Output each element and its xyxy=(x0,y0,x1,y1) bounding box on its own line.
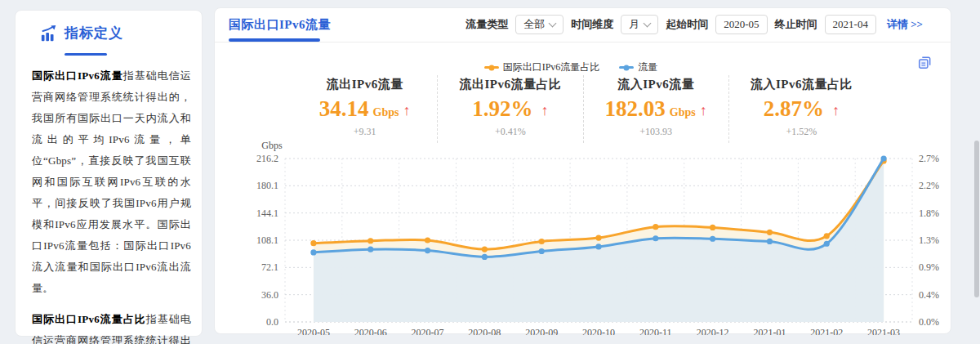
svg-text:2020-09: 2020-09 xyxy=(525,327,558,335)
definition-body: 指基础电信运营商网络管理系统统计得出的，我国所有国际出口一天内流入和流出的平均I… xyxy=(32,69,191,294)
sidebar-title: 指标定义 xyxy=(65,24,123,42)
svg-text:2020-06: 2020-06 xyxy=(354,327,387,335)
svg-text:36.0: 36.0 xyxy=(261,289,278,301)
svg-text:2020-10: 2020-10 xyxy=(582,327,615,335)
definition-paragraph: 国际出口IPv6流量指基础电信运营商网络管理系统统计得出的，我国所有国际出口一天… xyxy=(32,65,191,299)
bar-chart-trend-icon xyxy=(40,25,58,42)
definition-term: 国际出口IPv6流量占比 xyxy=(32,313,146,325)
indicator-definition-header: 指标定义 xyxy=(40,24,191,42)
definition-text: 国际出口IPv6流量指基础电信运营商网络管理系统统计得出的，我国所有国际出口一天… xyxy=(32,65,191,344)
title-underline xyxy=(65,53,107,56)
indicator-definition-panel: 指标定义 国际出口IPv6流量指基础电信运营商网络管理系统统计得出的，我国所有国… xyxy=(15,10,203,337)
svg-text:108.1: 108.1 xyxy=(256,235,278,246)
svg-text:2.7%: 2.7% xyxy=(919,153,939,164)
svg-text:0.9%: 0.9% xyxy=(919,261,939,273)
svg-text:2020-07: 2020-07 xyxy=(412,327,444,335)
svg-text:1.3%: 1.3% xyxy=(919,235,939,246)
svg-text:72.1: 72.1 xyxy=(261,261,278,273)
svg-text:216.2: 216.2 xyxy=(256,153,278,164)
traffic-line-chart: 0.036.072.1108.1144.1180.1216.20.0%0.4%0… xyxy=(215,8,952,335)
svg-text:144.1: 144.1 xyxy=(256,208,278,219)
svg-text:2.2%: 2.2% xyxy=(919,180,939,191)
svg-text:1.8%: 1.8% xyxy=(919,208,939,219)
ipv6-traffic-panel: 国际出口IPv6流量 流量类型 全部 时间维度 月 起始时间 2020-05 终… xyxy=(214,7,951,334)
svg-text:2020-05: 2020-05 xyxy=(297,327,330,335)
svg-text:Gbps: Gbps xyxy=(261,140,283,151)
svg-text:2020-11: 2020-11 xyxy=(639,327,672,335)
svg-text:2021-01: 2021-01 xyxy=(753,327,786,335)
scrollbar-thumb[interactable] xyxy=(974,141,979,297)
svg-text:0.0: 0.0 xyxy=(266,316,278,328)
svg-text:0.4%: 0.4% xyxy=(919,289,939,301)
svg-text:0.0%: 0.0% xyxy=(919,316,939,328)
definition-term: 国际出口IPv6流量 xyxy=(32,69,123,82)
svg-text:2020-08: 2020-08 xyxy=(468,327,501,335)
svg-text:2020-12: 2020-12 xyxy=(697,327,729,335)
svg-text:2021-03: 2021-03 xyxy=(867,327,900,335)
svg-text:180.1: 180.1 xyxy=(256,180,278,191)
svg-text:2021-02: 2021-02 xyxy=(810,327,843,335)
definition-paragraph: 国际出口IPv6流量占比指基础电信运营商网络管理系统统计得出的，在相同统计周期内… xyxy=(32,309,191,344)
